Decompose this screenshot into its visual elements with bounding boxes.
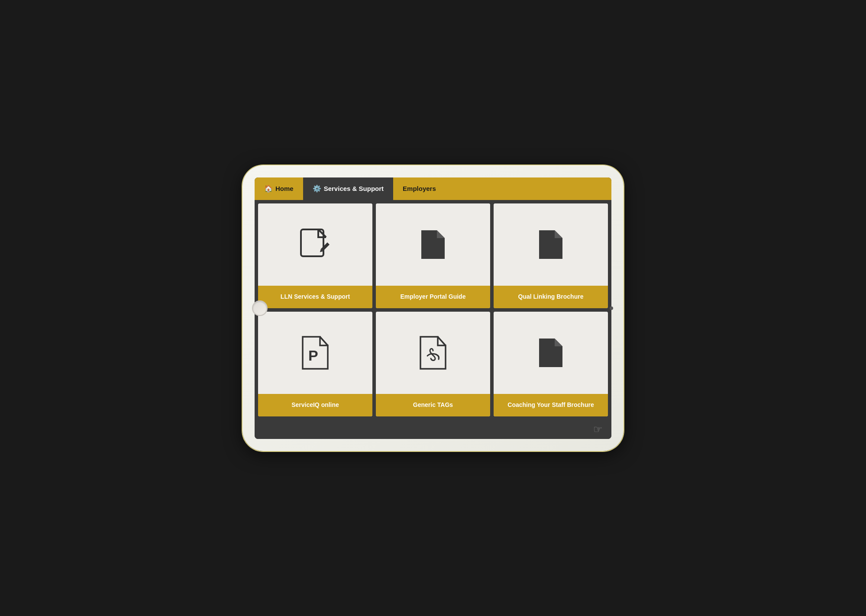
edit-document-icon <box>296 225 335 264</box>
cell-label: Generic TAGs <box>376 394 490 416</box>
cell-icon-area <box>376 203 490 286</box>
touch-gesture-icon: ☞ <box>593 423 603 435</box>
nav-employers-label: Employers <box>403 185 436 192</box>
cell-employer-portal[interactable]: Employer Portal Guide <box>376 203 490 308</box>
cell-icon-area: P <box>258 312 372 394</box>
cell-label: ServiceIQ online <box>258 394 372 416</box>
gear-icon: ⚙️ <box>313 184 321 193</box>
home-button[interactable] <box>252 300 268 316</box>
pdf-icon <box>414 333 452 372</box>
svg-rect-0 <box>301 229 323 256</box>
cell-label: LLN Services & Support <box>258 286 372 308</box>
cell-lln-services[interactable]: LLN Services & Support <box>258 203 372 308</box>
resource-grid: LLN Services & Support Employer Portal G… <box>255 200 611 420</box>
nav-services-label: Services & Support <box>324 185 384 192</box>
document-coaching-icon <box>531 333 570 372</box>
footer: ☞ <box>255 420 611 439</box>
nav-home-label: Home <box>275 185 294 192</box>
cell-label: Coaching Your Staff Brochure <box>494 394 608 416</box>
tablet-screen: 🏠 Home ⚙️ Services & Support Employers <box>255 177 611 439</box>
cell-label: Employer Portal Guide <box>376 286 490 308</box>
home-icon: 🏠 <box>264 184 273 193</box>
cell-label: Qual Linking Brochure <box>494 286 608 308</box>
cell-icon-area <box>494 203 608 286</box>
cell-icon-area <box>494 312 608 394</box>
powerpoint-icon: P <box>296 333 335 372</box>
nav-employers[interactable]: Employers <box>393 177 446 200</box>
nav-services[interactable]: ⚙️ Services & Support <box>303 177 393 200</box>
cell-serviceiq[interactable]: P ServiceIQ online <box>258 312 372 416</box>
cell-icon-area <box>258 203 372 286</box>
cell-qual-linking[interactable]: Qual Linking Brochure <box>494 203 608 308</box>
svg-text:P: P <box>308 347 318 364</box>
document-icon <box>414 225 452 264</box>
nav-home[interactable]: 🏠 Home <box>255 177 303 200</box>
nav-bar: 🏠 Home ⚙️ Services & Support Employers <box>255 177 611 200</box>
tablet-frame: 🏠 Home ⚙️ Services & Support Employers <box>242 165 624 451</box>
cell-coaching-staff[interactable]: Coaching Your Staff Brochure <box>494 312 608 416</box>
camera <box>610 306 613 310</box>
document-dark-icon <box>531 225 570 264</box>
cell-generic-tags[interactable]: Generic TAGs <box>376 312 490 416</box>
cell-icon-area <box>376 312 490 394</box>
